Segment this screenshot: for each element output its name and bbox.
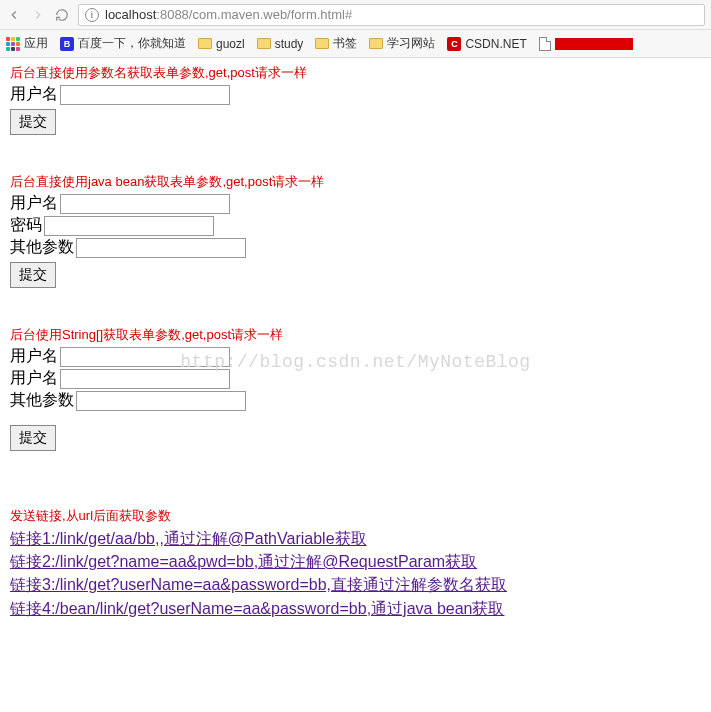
link-4[interactable]: 链接4:/bean/link/get?userName=aa&password=… — [10, 597, 701, 620]
url-text: localhost:8088/com.maven.web/form.html# — [105, 7, 352, 22]
input-username-2[interactable] — [60, 194, 230, 214]
baidu-icon: B — [60, 37, 74, 51]
back-icon[interactable] — [6, 7, 22, 23]
section-2-title: 后台直接使用java bean获取表单参数,get,post请求一样 — [10, 173, 701, 191]
page-content: http://blog.csdn.net/MyNoteBlog 后台直接使用参数… — [0, 58, 711, 664]
url-bar[interactable]: i localhost:8088/com.maven.web/form.html… — [78, 4, 705, 26]
section-3-title: 后台使用String[]获取表单参数,get,post请求一样 — [10, 326, 701, 344]
folder-icon — [369, 38, 383, 49]
submit-button-1[interactable]: 提交 — [10, 109, 56, 135]
page-icon — [539, 37, 551, 51]
row-other-3: 其他参数 — [10, 390, 701, 411]
browser-toolbar: i localhost:8088/com.maven.web/form.html… — [0, 0, 711, 30]
link-2[interactable]: 链接2:/link/get?name=aa&pwd=bb,通过注解@Reques… — [10, 550, 701, 573]
section-1: 后台直接使用参数名获取表单参数,get,post请求一样 用户名 提交 — [10, 64, 701, 135]
row-password: 密码 — [10, 215, 701, 236]
reload-icon[interactable] — [54, 7, 70, 23]
label-username: 用户名 — [10, 84, 58, 105]
bookmark-study[interactable]: study — [257, 37, 304, 51]
row-username-2: 用户名 — [10, 193, 701, 214]
input-password[interactable] — [44, 216, 214, 236]
row-username-1: 用户名 — [10, 84, 701, 105]
bookmark-csdn[interactable]: CCSDN.NET — [447, 37, 526, 51]
redacted-bar — [555, 38, 633, 50]
link-3[interactable]: 链接3:/link/get?userName=aa&password=bb,直接… — [10, 573, 701, 596]
bookmarks-bar: 应用 B百度一下，你就知道 guozl study 书签 学习网站 CCSDN.… — [0, 30, 711, 58]
label-password: 密码 — [10, 215, 42, 236]
bookmark-xuexi[interactable]: 学习网站 — [369, 35, 435, 52]
bookmark-baidu[interactable]: B百度一下，你就知道 — [60, 35, 186, 52]
info-icon[interactable]: i — [85, 8, 99, 22]
label-username: 用户名 — [10, 368, 58, 389]
submit-button-2[interactable]: 提交 — [10, 262, 56, 288]
folder-icon — [315, 38, 329, 49]
apps-button[interactable]: 应用 — [6, 35, 48, 52]
bookmark-blank[interactable] — [539, 37, 633, 51]
section-4: 发送链接,从url后面获取参数 链接1:/link/get/aa/bb,,通过注… — [10, 507, 701, 620]
section-4-title: 发送链接,从url后面获取参数 — [10, 507, 701, 525]
forward-icon[interactable] — [30, 7, 46, 23]
section-1-title: 后台直接使用参数名获取表单参数,get,post请求一样 — [10, 64, 701, 82]
label-other: 其他参数 — [10, 390, 74, 411]
input-username-1[interactable] — [60, 85, 230, 105]
row-username-3a: 用户名 — [10, 346, 701, 367]
folder-icon — [257, 38, 271, 49]
row-username-3b: 用户名 — [10, 368, 701, 389]
csdn-icon: C — [447, 37, 461, 51]
apps-icon — [6, 37, 20, 51]
label-username: 用户名 — [10, 193, 58, 214]
bookmark-guozl[interactable]: guozl — [198, 37, 245, 51]
folder-icon — [198, 38, 212, 49]
label-other: 其他参数 — [10, 237, 74, 258]
input-other-3[interactable] — [76, 391, 246, 411]
section-2: 后台直接使用java bean获取表单参数,get,post请求一样 用户名 密… — [10, 173, 701, 288]
input-other-2[interactable] — [76, 238, 246, 258]
bookmark-shuqian[interactable]: 书签 — [315, 35, 357, 52]
link-1[interactable]: 链接1:/link/get/aa/bb,,通过注解@PathVariable获取 — [10, 527, 701, 550]
row-other-2: 其他参数 — [10, 237, 701, 258]
input-username-3b[interactable] — [60, 369, 230, 389]
submit-button-3[interactable]: 提交 — [10, 425, 56, 451]
input-username-3a[interactable] — [60, 347, 230, 367]
section-3: 后台使用String[]获取表单参数,get,post请求一样 用户名 用户名 … — [10, 326, 701, 451]
label-username: 用户名 — [10, 346, 58, 367]
